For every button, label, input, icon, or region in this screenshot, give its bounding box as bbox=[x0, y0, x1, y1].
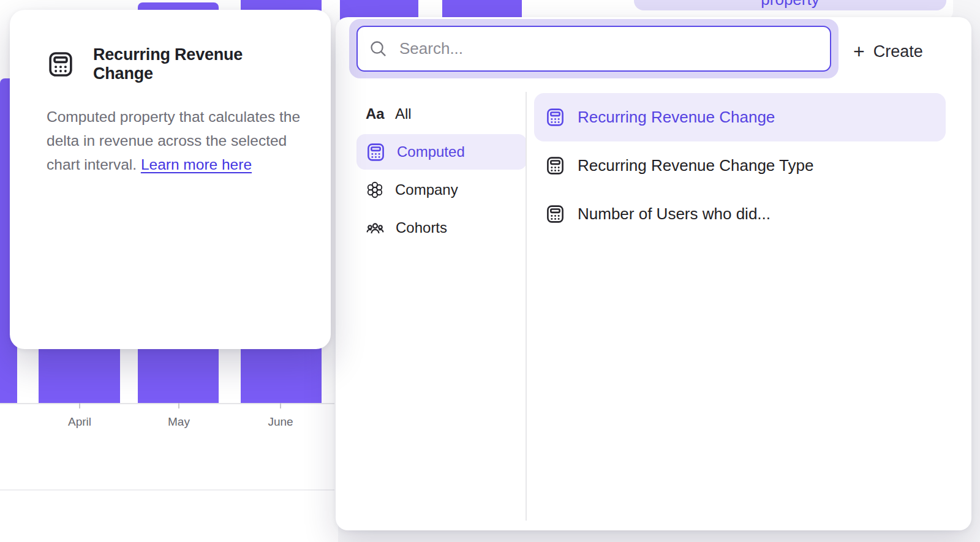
category-label: All bbox=[395, 105, 412, 122]
result-item-recurring-revenue-change[interactable]: Recurring Revenue Change bbox=[534, 93, 946, 141]
result-item-recurring-revenue-change-type[interactable]: Recurring Revenue Change Type bbox=[534, 141, 946, 190]
category-item-cohorts[interactable]: Cohorts bbox=[356, 210, 527, 246]
axis-tick bbox=[178, 403, 179, 408]
axis-tick bbox=[280, 403, 281, 408]
search-field[interactable] bbox=[356, 26, 831, 72]
category-label: Cohorts bbox=[396, 219, 447, 236]
search-results-list: Recurring Revenue Change Recurring Reven… bbox=[534, 93, 946, 238]
axis-month-label: April bbox=[37, 415, 123, 429]
axis-tick bbox=[79, 403, 80, 408]
clipped-pill-label: property bbox=[761, 0, 819, 9]
result-label: Recurring Revenue Change bbox=[578, 108, 775, 127]
section-divider-line bbox=[0, 489, 334, 491]
tooltip-title: Recurring Revenue Change bbox=[93, 45, 306, 83]
clipped-property-pill[interactable]: property bbox=[634, 0, 946, 10]
company-icon bbox=[366, 181, 384, 199]
property-tooltip-card: Recurring Revenue Change Computed proper… bbox=[10, 10, 331, 349]
app-screen: AprilMayJune property Recurring Revenue … bbox=[0, 0, 980, 542]
search-input[interactable] bbox=[399, 39, 819, 58]
category-item-all[interactable]: Aa All bbox=[356, 96, 527, 132]
panel-column-divider bbox=[526, 92, 527, 521]
result-label: Recurring Revenue Change Type bbox=[578, 156, 813, 175]
property-search-panel: + Create Aa All Computed bbox=[336, 17, 971, 530]
learn-more-link[interactable]: Learn more here bbox=[141, 156, 252, 173]
cohorts-icon bbox=[366, 219, 385, 238]
category-item-computed[interactable]: Computed bbox=[356, 134, 527, 170]
axis-month-label: June bbox=[238, 415, 323, 429]
calculator-icon bbox=[545, 156, 565, 176]
result-item-number-of-users[interactable]: Number of Users who did... bbox=[534, 190, 946, 238]
category-label: Computed bbox=[397, 143, 465, 160]
calculator-icon bbox=[545, 204, 565, 224]
calculator-icon bbox=[545, 107, 565, 127]
calculator-icon bbox=[47, 50, 75, 78]
create-button[interactable]: + Create bbox=[853, 39, 923, 64]
calculator-icon bbox=[366, 142, 386, 162]
category-filter-list: Aa All Computed Company bbox=[356, 96, 527, 248]
result-label: Number of Users who did... bbox=[578, 205, 771, 224]
tooltip-description: Computed property that calculates the de… bbox=[47, 105, 323, 176]
plus-icon: + bbox=[853, 42, 865, 61]
create-button-label: Create bbox=[873, 42, 923, 61]
text-format-icon: Aa bbox=[366, 105, 384, 122]
x-axis-line bbox=[0, 403, 334, 404]
category-item-company[interactable]: Company bbox=[356, 172, 527, 208]
category-label: Company bbox=[395, 181, 458, 198]
axis-month-label: May bbox=[136, 415, 222, 429]
search-icon bbox=[369, 39, 388, 58]
search-focus-halo bbox=[349, 19, 839, 78]
